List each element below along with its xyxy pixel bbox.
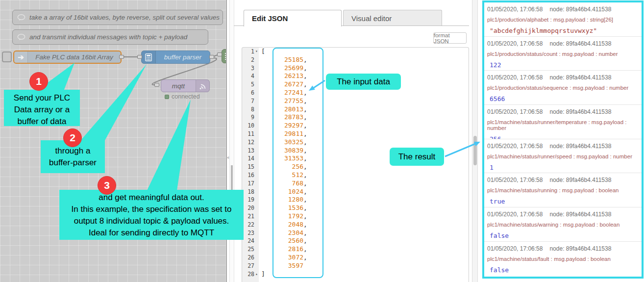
code-text: ] (259, 270, 265, 279)
debug-node[interactable] (222, 49, 227, 63)
debug-value[interactable]: 256 (487, 135, 638, 139)
debug-panel[interactable]: 01/05/2020, 17:06:58node: 89fa46b4.41153… (482, 0, 644, 279)
code-line: 28▴] (242, 270, 469, 279)
port[interactable] (137, 55, 142, 59)
scrollbar-thumb[interactable] (473, 136, 477, 165)
code-text: 26213, (259, 72, 307, 80)
code-text: 768, (259, 179, 307, 188)
inject-node[interactable]: ➔ Fake PLC data 16bit Array (13, 51, 122, 64)
debug-timestamp: 01/05/2020, 17:06:58 (487, 211, 543, 218)
code-text: 2304, (259, 229, 307, 237)
speech-bubble-icon (13, 14, 29, 21)
debug-timestamp: 01/05/2020, 17:06:58 (487, 74, 543, 81)
debug-value[interactable]: 6566 (487, 95, 638, 103)
result-label: The result (390, 148, 444, 166)
debug-value[interactable]: 122 (487, 61, 638, 69)
code-text: 3072, (259, 254, 307, 262)
code-line: 18 1024, (242, 188, 469, 196)
line-number: 25 (242, 245, 259, 254)
line-number: 22 (242, 221, 259, 229)
code-line: 21 1792, (242, 212, 469, 221)
line-number: 3 (242, 64, 259, 73)
port[interactable] (154, 83, 159, 87)
code-text: 30839, (259, 147, 307, 155)
line-number: 23 (242, 229, 259, 237)
step-badge-2: 2 (63, 128, 82, 147)
broadcast-icon (196, 80, 209, 92)
tab-edit-json[interactable]: Edit JSON (244, 10, 342, 26)
code-line: 19 1280, (242, 196, 469, 204)
speech-bubble-icon (13, 34, 29, 41)
line-number: 9 (242, 113, 259, 122)
code-text: 256, (259, 163, 307, 171)
code-text: 1280, (259, 196, 307, 204)
debug-message: 01/05/2020, 17:06:58node: 89fa46b4.41153… (484, 105, 642, 139)
comment-node[interactable]: take a array of 16bit values, byte rever… (12, 10, 223, 25)
port[interactable] (217, 52, 222, 56)
debug-value[interactable]: false (487, 266, 638, 274)
comment-label: and transmit individual messages with to… (29, 33, 187, 41)
code-text: 27755, (259, 97, 307, 105)
code-line: 11 29811, (242, 130, 469, 138)
line-number: 4 (242, 72, 259, 80)
line-number: 10 (242, 122, 259, 130)
fold-caret-icon[interactable]: ▾ (254, 48, 259, 56)
debug-topic: plc1/machine/status/warning : msg.payloa… (487, 222, 638, 228)
line-number: 26 (242, 254, 259, 262)
comment-node[interactable]: and transmit individual messages with to… (12, 29, 208, 45)
line-number: 15 (242, 163, 259, 171)
code-line: 23 2304, (242, 229, 469, 237)
debug-node-id: node: 89fa46b4.411538 (549, 6, 611, 13)
code-text: 2560, (259, 237, 307, 245)
mqtt-node-label: mqtt (161, 82, 196, 90)
debug-value[interactable]: false (487, 232, 638, 239)
list-icon (225, 52, 227, 61)
line-number: 2 (242, 56, 259, 64)
editor-scrollbar[interactable] (472, 0, 478, 282)
debug-node-id: node: 89fa46b4.411538 (549, 108, 611, 115)
code-text: 28783, (259, 113, 307, 122)
debug-timestamp: 01/05/2020, 17:06:58 (487, 245, 543, 252)
debug-value[interactable]: "abcdefghijklmmopqrstuvwxyz" (487, 27, 638, 34)
status-dot (165, 95, 169, 99)
buffer-parser-node[interactable]: buffer parser (141, 51, 210, 64)
debug-timestamp: 01/05/2020, 17:06:58 (487, 108, 543, 115)
tab-visual-editor[interactable]: Visual editor (343, 10, 442, 26)
comment-label: take a array of 16bit values, byte rever… (29, 14, 220, 21)
code-text: 31353, (259, 154, 307, 163)
tab-label: Visual editor (351, 14, 392, 23)
code-line: 9 28783, (242, 113, 469, 122)
debug-message: 01/05/2020, 17:06:58node: 89fa46b4.41153… (484, 37, 642, 71)
port[interactable] (209, 55, 214, 59)
port[interactable] (119, 55, 124, 59)
line-number: 20 (242, 204, 259, 212)
inject-trigger-button[interactable] (2, 51, 12, 62)
calculator-icon (142, 51, 156, 63)
mqtt-node[interactable]: mqtt (161, 79, 210, 92)
code-text: 29297, (259, 122, 307, 130)
debug-timestamp: 01/05/2020, 17:06:58 (487, 177, 543, 183)
fold-caret-icon[interactable]: ▴ (254, 270, 259, 279)
code-line: 6 27241, (242, 89, 469, 97)
debug-message: 01/05/2020, 17:06:58node: 89fa46b4.41153… (484, 139, 642, 174)
step-badge-3: 3 (98, 176, 116, 195)
line-number: 18 (242, 188, 259, 196)
debug-timestamp: 01/05/2020, 17:06:58 (487, 6, 543, 13)
code-text: 3597 (259, 262, 303, 270)
code-text: 29811, (259, 130, 307, 138)
buffer-parser-label: buffer parser (156, 53, 210, 61)
code-line: 22 2048, (242, 221, 469, 229)
debug-value[interactable]: 1 (487, 164, 638, 171)
code-text: 2816, (259, 245, 307, 254)
debug-message: 01/05/2020, 17:06:58node: 89fa46b4.41153… (484, 207, 642, 242)
line-number: 21 (242, 212, 259, 221)
format-json-button[interactable]: format JSON (433, 32, 467, 44)
code-text: 1536, (259, 204, 307, 212)
debug-message: 01/05/2020, 17:06:58node: 89fa46b4.41153… (484, 242, 642, 276)
chevron-left-icon[interactable]: ◄ (225, 155, 230, 160)
code-line: 17 768, (242, 179, 469, 188)
code-line: 25 2816, (242, 245, 469, 254)
code-line: 3 25699, (242, 64, 469, 73)
debug-value[interactable]: true (487, 198, 638, 205)
input-data-label: The input data (326, 74, 401, 90)
